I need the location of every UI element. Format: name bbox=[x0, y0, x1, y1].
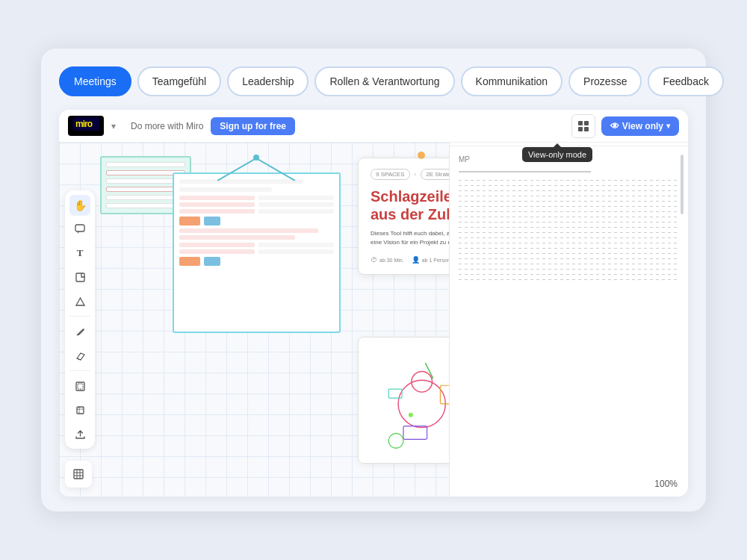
frame-row-7 bbox=[179, 228, 318, 233]
note-line-15 bbox=[459, 253, 679, 254]
note-zoom-percent: 100% bbox=[654, 479, 678, 489]
svg-point-32 bbox=[409, 413, 413, 417]
apps-icon[interactable] bbox=[571, 114, 595, 138]
miro-signup-button[interactable]: Sign up for free bbox=[211, 117, 295, 135]
frame-orange-block-2 bbox=[179, 257, 200, 266]
tab-feedback[interactable]: Feedback bbox=[648, 66, 723, 96]
template-foot-item-1: ⏱ ab 30 Min. bbox=[371, 256, 404, 264]
frame-mini-row-4 bbox=[258, 196, 334, 200]
svg-rect-2 bbox=[578, 121, 583, 125]
note-line-4 bbox=[459, 196, 679, 196]
template-foot-item-2: 👤 ab 1 Person bbox=[412, 256, 449, 264]
toolbar-hand-button[interactable]: ✋ bbox=[69, 195, 90, 216]
template-foot-text-2: ab 1 Person bbox=[422, 258, 449, 263]
tab-bar: Meetings Teamgefühl Leadership Rollen & … bbox=[59, 66, 688, 96]
bc-item-1: 9 SPACES bbox=[371, 169, 410, 180]
sketch-card bbox=[358, 337, 449, 464]
note-line-solid bbox=[459, 171, 591, 172]
frame-mini-row-6 bbox=[258, 209, 334, 214]
svg-rect-5 bbox=[584, 127, 589, 131]
toolbar-eraser-button[interactable] bbox=[69, 345, 90, 366]
sketch-svg bbox=[359, 337, 449, 463]
tab-teamgefuehl[interactable]: Teamgefühl bbox=[137, 66, 221, 96]
note-line-1 bbox=[459, 180, 679, 181]
note-line-20 bbox=[459, 279, 679, 280]
template-footer: ⏱ ab 30 Min. 👤 ab 1 Person 📋 Zettel und … bbox=[371, 255, 449, 265]
frame-blue-block-1 bbox=[204, 217, 220, 225]
svg-rect-6 bbox=[75, 225, 84, 231]
frame-blue-block-2 bbox=[204, 257, 220, 266]
note-lines bbox=[459, 168, 679, 280]
toolbar-table-button[interactable] bbox=[68, 464, 89, 485]
note-body: MP bbox=[450, 146, 688, 497]
left-toolbar: ✋ T bbox=[65, 190, 95, 449]
left-board-row-1 bbox=[106, 162, 185, 167]
frame-mini-row-7 bbox=[179, 243, 255, 247]
svg-rect-12 bbox=[359, 337, 449, 463]
template-breadcrumb: 9 SPACES › 2E Strategie › 1.0 Purpose bbox=[371, 169, 449, 180]
frame-blocks-row bbox=[179, 217, 334, 225]
template-title: Schlagzeilen aus der Zukunft bbox=[371, 187, 449, 223]
frame-row-group-1 bbox=[179, 196, 334, 214]
board-container: miro ▾ Do more with Miro Sign up for fre… bbox=[59, 110, 688, 497]
tab-prozesse[interactable]: Prozesse bbox=[568, 66, 642, 96]
miro-topbar: miro ▾ Do more with Miro Sign up for fre… bbox=[59, 110, 688, 143]
note-line-3 bbox=[459, 190, 679, 191]
svg-rect-4 bbox=[578, 127, 583, 131]
frame-hanging-dot bbox=[253, 155, 259, 161]
toolbar-upload-button[interactable] bbox=[69, 423, 90, 444]
toolbar-crop-button[interactable] bbox=[69, 399, 90, 420]
note-line-5 bbox=[459, 201, 679, 202]
toolbar-comment-button[interactable] bbox=[69, 219, 90, 240]
note-panel: MP Note bbox=[449, 110, 688, 497]
note-line-16 bbox=[459, 258, 679, 259]
frame-col-3 bbox=[179, 243, 255, 254]
view-only-button[interactable]: 👁 View only ▾ bbox=[601, 116, 679, 136]
note-line-7 bbox=[459, 211, 679, 212]
toolbar-frame-button[interactable] bbox=[69, 376, 90, 396]
template-card-inner: 9 SPACES › 2E Strategie › 1.0 Purpose Sc… bbox=[359, 158, 449, 274]
toolbar-pen-button[interactable] bbox=[69, 321, 90, 342]
frame-blocks-row-2 bbox=[179, 257, 334, 266]
note-line-17 bbox=[459, 264, 679, 264]
tab-meetings[interactable]: Meetings bbox=[59, 66, 131, 96]
template-foot-text-1: ab 30 Min. bbox=[379, 258, 404, 263]
svg-rect-10 bbox=[77, 407, 84, 414]
toolbar-shape-button[interactable] bbox=[69, 290, 90, 311]
main-container: Meetings Teamgefühl Leadership Rollen & … bbox=[41, 49, 706, 511]
frame-mini-row-3 bbox=[179, 209, 255, 214]
svg-rect-3 bbox=[584, 121, 589, 125]
miro-logo: miro bbox=[68, 116, 104, 136]
svg-rect-9 bbox=[78, 384, 83, 389]
frame-mini-row-10 bbox=[258, 249, 334, 254]
toolbar-sticky-button[interactable] bbox=[69, 267, 90, 287]
eye-icon: 👁 bbox=[610, 121, 619, 131]
board-canvas[interactable]: ✋ T bbox=[59, 143, 449, 497]
note-line-12 bbox=[459, 237, 679, 238]
note-line-11 bbox=[459, 232, 679, 233]
note-line-18 bbox=[459, 269, 679, 270]
frame-col-4 bbox=[258, 243, 334, 254]
toolbar-text-button[interactable]: T bbox=[69, 243, 90, 264]
frame-board-header bbox=[179, 179, 303, 184]
bc-item-2: 2E Strategie bbox=[421, 169, 449, 180]
clock-icon: ⏱ bbox=[371, 256, 377, 264]
note-scrollbar[interactable] bbox=[681, 155, 684, 214]
note-line-19 bbox=[459, 274, 679, 275]
frame-mini-row-1 bbox=[179, 196, 255, 200]
svg-rect-11 bbox=[74, 470, 83, 479]
note-line-6 bbox=[459, 206, 679, 207]
frame-col-2 bbox=[258, 196, 334, 214]
miro-promo-text: Do more with Miro bbox=[131, 121, 203, 131]
canvas-orange-dot bbox=[418, 152, 425, 159]
tab-rollen[interactable]: Rollen & Verantwortung bbox=[314, 66, 454, 96]
toolbar-divider bbox=[69, 316, 90, 317]
template-desc: Dieses Tool hilft euch dabei, auf spiele… bbox=[371, 229, 449, 247]
frame-col-1 bbox=[179, 196, 255, 214]
note-line-13 bbox=[459, 243, 679, 243]
tab-kommunikation[interactable]: Kommunikation bbox=[461, 66, 563, 96]
frame-board bbox=[173, 172, 341, 333]
frame-row-8 bbox=[179, 235, 295, 240]
template-card: 9 SPACES › 2E Strategie › 1.0 Purpose Sc… bbox=[358, 158, 449, 275]
tab-leadership[interactable]: Leadership bbox=[227, 66, 309, 96]
